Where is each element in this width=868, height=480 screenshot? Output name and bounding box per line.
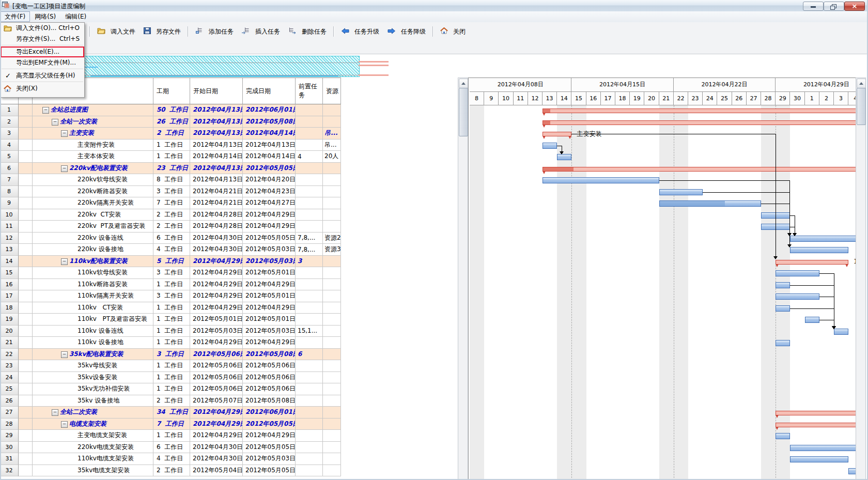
table-vertical-scrollbar[interactable] xyxy=(458,78,468,480)
gantt-bar-task-31[interactable] xyxy=(790,456,848,462)
toolbar-button-delete-task[interactable]: 删除任务 xyxy=(285,26,330,38)
close-button[interactable]: × xyxy=(844,2,865,11)
gantt-bar-task-29[interactable] xyxy=(776,433,790,439)
gantt-bar-summary-1[interactable] xyxy=(542,109,856,113)
collapse-expander[interactable]: − xyxy=(52,409,58,416)
cell-res xyxy=(323,221,341,233)
gantt-bar-summary-14[interactable] xyxy=(776,260,848,265)
table-row-13[interactable]: 13220kv 设备接地4 工作日2012年04月30日2012年05月03日7… xyxy=(0,244,341,256)
toolbar-button-save[interactable]: 另存文件 xyxy=(140,26,184,38)
table-row-8[interactable]: 8220kv断路器安装3 工作日2012年04月21日2012年04月23日 xyxy=(0,186,341,198)
gantt-bar-task-9[interactable] xyxy=(659,200,761,207)
table-row-7[interactable]: 7220kv软母线安装8 工作日2012年04月13日2012年04月20日 xyxy=(0,174,341,186)
table-row-15[interactable]: 15110kv软母线安装3 工作日2012年04月29日2012年05月01日 xyxy=(0,267,341,279)
file-menu-item-2[interactable]: 另存文件(S)...Ctrl+S xyxy=(1,34,84,44)
scrollbar-thumb[interactable] xyxy=(857,88,866,125)
table-row-20[interactable]: 20110kv 设备连线1 工作日2012年05月03日2012年05月03日1… xyxy=(0,326,341,337)
gantt-bar-task-19[interactable] xyxy=(805,317,819,323)
toolbar-button-open-folder[interactable]: 调入文件 xyxy=(94,26,139,38)
task-name: 110kv 设备连线 xyxy=(78,327,123,335)
table-row-9[interactable]: 9220kv隔离开关安装7 工作日2012年04月21日2012年04月27日 xyxy=(0,197,341,209)
toolbar-button-home[interactable]: 关闭 xyxy=(437,26,469,38)
cell-name: 220kv断路器安装 xyxy=(33,186,153,198)
gantt-bar-task-30[interactable] xyxy=(790,445,856,451)
file-menu-item-9[interactable]: 关闭(X) xyxy=(1,83,84,94)
table-row-10[interactable]: 10220kv CT安装2 工作日2012年04月28日2012年04月29日 xyxy=(0,209,341,221)
table-row-3[interactable]: 3−主变安装2 工作日2012年04月13日2012年04月14日吊... xyxy=(0,128,341,140)
menubar-item-1[interactable]: 文件(F) xyxy=(0,11,30,22)
table-row-29[interactable]: 29主变电缆支架安装1 工作日2012年04月29日2012年04月29日 xyxy=(0,430,341,442)
table-row-11[interactable]: 11220kv PT及避雷器安装2 工作日2012年04月28日2012年04月… xyxy=(0,221,341,233)
collapse-expander[interactable]: − xyxy=(61,351,68,358)
table-row-19[interactable]: 19110kv PT及避雷器安装1 工作日2012年05月01日2012年05月… xyxy=(0,314,341,326)
table-row-30[interactable]: 30220kv电缆支架安装6 工作日2012年04月30日2012年05月05日 xyxy=(0,442,341,454)
table-row-31[interactable]: 31110kv电缆支架安装4 工作日2012年04月30日2012年05月03日 xyxy=(0,453,341,465)
gantt-bar-task-15[interactable] xyxy=(776,270,819,276)
table-row-21[interactable]: 21110kv 设备接地1 工作日2012年04月29日2012年04月29日 xyxy=(0,337,341,349)
gantt-bar-task-8[interactable] xyxy=(659,189,703,195)
gantt-bar-task-20[interactable] xyxy=(834,329,848,335)
toolbar-button-add-task[interactable]: 添加任务 xyxy=(192,26,237,38)
collapse-expander[interactable]: − xyxy=(61,258,68,265)
gantt-bar-task-5[interactable] xyxy=(557,154,571,160)
table-row-32[interactable]: 3235kv电缆支架安装2 工作日2012年05月04日2012年05月05日 xyxy=(0,465,341,477)
cell-indicator xyxy=(19,233,33,244)
menubar-item-3[interactable]: 编辑(E) xyxy=(60,11,91,22)
file-menu-item-4-export-excel[interactable]: 导出Excel(E)... xyxy=(1,47,84,57)
table-row-28[interactable]: 28−电缆支架安装7 工作日2012年04月29日2012年05月05日 xyxy=(0,419,341,430)
gantt-bar-summary-2[interactable] xyxy=(542,120,856,125)
table-row-2[interactable]: 2−全站一次安装26 工作日2012年04月13日2012年05月08日 xyxy=(0,116,341,128)
toolbar-button-arrow-left[interactable]: 任务升级 xyxy=(337,26,383,38)
table-row-24[interactable]: 2435kv设备安装1 工作日2012年05月06日2012年05月06日 xyxy=(0,372,341,384)
gantt-bar-task-7[interactable] xyxy=(542,177,659,183)
table-row-4[interactable]: 4主变附件安装1 工作日2012年04月13日2012年04月13日吊... xyxy=(0,140,341,151)
gantt-bar-summary-28[interactable] xyxy=(776,423,856,427)
table-row-18[interactable]: 18110kv CT安装1 工作日2012年04月29日2012年04月29日 xyxy=(0,302,341,314)
table-row-14[interactable]: 14−110kv配电装置安装5 工作日2012年04月29日2012年05月03… xyxy=(0,256,341,268)
collapse-expander[interactable]: − xyxy=(42,107,49,114)
table-row-6[interactable]: 6−220kv配电装置安装23 工作日2012年04月13日2012年05月05… xyxy=(0,163,341,175)
gantt-bar-summary-3[interactable] xyxy=(542,132,571,136)
scrollbar-thumb[interactable] xyxy=(459,88,468,136)
menubar-item-2[interactable]: 网络(S) xyxy=(30,11,60,22)
gantt-bar-task-4[interactable] xyxy=(542,143,557,149)
file-menu-item-1[interactable]: 调入文件(O)...Ctrl+O xyxy=(1,23,84,34)
table-row-5[interactable]: 5主变本体安装1 工作日2012年04月14日2012年04月14日420人 xyxy=(0,151,341,163)
collapse-expander[interactable]: − xyxy=(61,130,68,137)
minimize-button[interactable] xyxy=(803,2,824,11)
gantt-bar-task-21[interactable] xyxy=(776,340,790,346)
toolbar-button-label: 另存文件 xyxy=(156,27,181,36)
toolbar-button-arrow-right[interactable]: 任务降级 xyxy=(384,26,429,38)
collapse-expander[interactable]: − xyxy=(61,421,68,428)
collapse-expander[interactable]: − xyxy=(61,165,68,172)
file-menu-item-7[interactable]: ✓高亮显示父级任务(H) xyxy=(1,70,84,81)
toolbar-button-insert-task[interactable]: 插入任务 xyxy=(238,26,284,38)
collapse-expander[interactable]: − xyxy=(52,119,58,126)
gantt-bar-summary-6[interactable] xyxy=(542,167,856,172)
gantt-bar-summary-27[interactable] xyxy=(776,411,856,415)
table-row-17[interactable]: 17110kv隔离开关安装3 工作日2012年04月29日2012年05月01日 xyxy=(0,290,341,302)
gantt-vertical-scrollbar[interactable] xyxy=(856,78,866,480)
table-row-27[interactable]: 27−全站二次安装34 工作日2012年04月29日2012年06月01日 xyxy=(0,407,341,419)
table-row-12[interactable]: 12220kv 设备连线6 工作日2012年04月30日2012年05月05日7… xyxy=(0,233,341,244)
cell-indicator xyxy=(19,407,33,419)
table-row-16[interactable]: 16110kv断路器安装1 工作日2012年04月29日2012年04月29日 xyxy=(0,279,341,291)
table-row-25[interactable]: 2535kv无功补偿安装1 工作日2012年05月06日2012年05月06日 xyxy=(0,383,341,395)
table-row-1[interactable]: 1−全站总进度图50 工作日2012年04月13日2012年06月01日 xyxy=(0,104,341,116)
cell-finish: 2012年05月03日 xyxy=(243,256,296,268)
gantt-bar-task-32[interactable] xyxy=(848,468,856,474)
gantt-bar-task-17[interactable] xyxy=(776,293,819,300)
restore-button[interactable] xyxy=(824,2,844,11)
scroll-up-button[interactable] xyxy=(857,79,866,88)
table-row-26[interactable]: 2635kv 设备接地2 工作日2012年05月07日2012年05月08日 xyxy=(0,395,341,407)
scroll-up-button[interactable] xyxy=(459,79,468,88)
gantt-bar-task-18[interactable] xyxy=(776,305,790,312)
gantt-bar-task-16[interactable] xyxy=(776,282,790,288)
cell-num: 31 xyxy=(0,453,19,465)
gantt-bar-task-13[interactable] xyxy=(790,247,848,253)
table-row-22[interactable]: 22−35kv配电装置安装3 工作日2012年05月06日2012年05月08日… xyxy=(0,349,341,361)
gantt-bar-task-12[interactable] xyxy=(790,236,856,242)
table-row-23[interactable]: 2335kv母线安装1 工作日2012年05月06日2012年05月06日 xyxy=(0,360,341,372)
cell-indicator xyxy=(19,244,33,256)
file-menu-item-5[interactable]: 导出到EMF文件(M)... xyxy=(1,57,84,68)
